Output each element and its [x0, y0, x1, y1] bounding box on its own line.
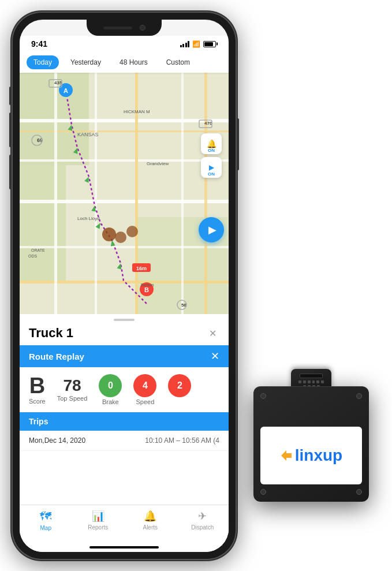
- nav-map-label: Map: [40, 525, 51, 531]
- wifi-icon: 📶: [192, 40, 200, 48]
- arrow-icon: ▶: [209, 163, 214, 171]
- status-bar: 9:41 📶: [20, 36, 229, 52]
- filter-custom-button[interactable]: Custom: [159, 55, 197, 69]
- obd-label: linxup: [260, 427, 362, 484]
- filter-yesterday-button[interactable]: Yesterday: [64, 55, 108, 69]
- speed2-label: Speed: [136, 398, 154, 405]
- stats-row: B Score 78 Top Speed 0 Brake: [20, 367, 229, 412]
- svg-text:A: A: [64, 87, 68, 94]
- brake-badge: 0: [99, 374, 122, 397]
- trips-header: Trips: [20, 412, 229, 431]
- sheet-handle: [114, 319, 135, 321]
- map-view[interactable]: A 16m B KANSAS HICKMAN M Grandview Lo: [20, 73, 229, 329]
- svg-rect-13: [181, 73, 184, 329]
- svg-rect-9: [20, 130, 229, 132]
- svg-rect-7: [20, 246, 229, 248]
- score-value: B: [29, 375, 46, 397]
- svg-rect-2: [20, 165, 66, 281]
- score-stat: B Score: [29, 375, 46, 405]
- play-button[interactable]: ▶: [199, 217, 224, 242]
- obd-body: linxup: [253, 386, 369, 502]
- map-svg: A 16m B KANSAS HICKMAN M Grandview Lo: [20, 73, 229, 329]
- status-time: 9:41: [31, 39, 47, 48]
- extra-value: 2: [177, 380, 182, 391]
- svg-point-27: [126, 226, 138, 237]
- alerts-nav-icon: 🔔: [144, 510, 156, 523]
- obd-screw-bl: [260, 489, 266, 495]
- trip-row[interactable]: Mon,Dec 14, 2020 10:10 AM – 10:56 AM (4: [20, 431, 229, 451]
- svg-rect-15: [204, 73, 207, 329]
- svg-point-26: [115, 232, 126, 243]
- obd-screw-tr: [356, 393, 362, 399]
- signal-icon: [180, 41, 190, 47]
- svg-rect-11: [95, 73, 97, 329]
- linxup-arrow-icon: [280, 449, 293, 462]
- score-label: Score: [29, 398, 46, 405]
- svg-rect-6: [20, 200, 229, 203]
- extra-stat: 2: [168, 374, 191, 405]
- obd-logo: linxup: [280, 446, 342, 465]
- svg-text:Loch Lloyd: Loch Lloyd: [77, 216, 100, 221]
- brake-label: Brake: [102, 398, 119, 405]
- svg-text:Grandview: Grandview: [147, 161, 169, 166]
- svg-text:ORATE: ORATE: [31, 248, 45, 252]
- nav-alerts-label: Alerts: [143, 524, 158, 531]
- play-icon: ▶: [208, 223, 216, 236]
- trip-time: 10:10 AM – 10:56 AM (4: [145, 436, 219, 445]
- phone: 9:41 📶 Today Yesterday: [12, 12, 237, 560]
- svg-text:KANSAS: KANSAS: [77, 132, 99, 137]
- nav-dispatch-label: Dispatch: [191, 524, 214, 531]
- trip-date: Mon,Dec 14, 2020: [29, 436, 85, 445]
- dispatch-nav-icon: ✈: [198, 510, 207, 523]
- brake-stat: 0 Brake: [99, 374, 122, 405]
- svg-rect-8: [20, 281, 229, 283]
- svg-text:Belton: Belton: [141, 282, 154, 288]
- status-icons: 📶: [180, 40, 216, 48]
- svg-marker-47: [281, 450, 292, 461]
- obd-screw-tl: [260, 393, 266, 399]
- obd-screw-br: [356, 489, 362, 495]
- truck-close-button[interactable]: ✕: [206, 326, 219, 340]
- speed2-value: 4: [143, 380, 148, 391]
- bell-on-label: ON: [208, 148, 215, 153]
- battery-icon: [203, 41, 216, 47]
- truck-header: Truck 1 ✕: [20, 323, 229, 345]
- reports-nav-icon: 📊: [92, 510, 104, 523]
- route-replay-close-button[interactable]: ✕: [211, 350, 219, 363]
- obd-slot: [300, 374, 323, 378]
- brake-value: 0: [108, 380, 113, 391]
- filter-48hours-button[interactable]: 48 Hours: [113, 55, 155, 69]
- time-filter-bar: Today Yesterday 48 Hours Custom: [20, 52, 229, 73]
- nav-reports[interactable]: 📊 Reports: [81, 510, 115, 531]
- truck-title: Truck 1: [29, 326, 73, 341]
- speed-stat: 78 Top Speed: [57, 378, 88, 402]
- obd-brand-text: linxup: [295, 446, 342, 465]
- svg-rect-4: [20, 119, 229, 122]
- home-indicator: [89, 546, 159, 548]
- phone-screen: 9:41 📶 Today Yesterday: [20, 20, 229, 552]
- svg-point-25: [102, 227, 116, 241]
- bottom-nav: 🗺 Map 📊 Reports 🔔 Alerts ✈ Dispatch: [20, 505, 229, 552]
- route-replay-bar: Route Replay ✕: [20, 345, 229, 367]
- svg-text:16m: 16m: [136, 266, 147, 271]
- arrow-on-label: ON: [208, 171, 215, 177]
- nav-alerts[interactable]: 🔔 Alerts: [133, 510, 167, 531]
- notch: [87, 20, 162, 36]
- arrow-control-button[interactable]: ▶ ON: [201, 157, 222, 178]
- nav-dispatch[interactable]: ✈ Dispatch: [185, 510, 220, 531]
- svg-text:470: 470: [204, 121, 212, 126]
- bell-control-button[interactable]: 🔔 ON: [201, 133, 222, 154]
- scene: 9:41 📶 Today Yesterday: [0, 0, 392, 571]
- bell-icon: 🔔: [207, 139, 216, 148]
- speed2-stat: 4 Speed: [133, 374, 156, 405]
- filter-today-button[interactable]: Today: [27, 55, 59, 69]
- trips-title: Trips: [29, 417, 48, 426]
- svg-text:HICKMAN M: HICKMAN M: [124, 109, 150, 114]
- speed2-badge: 4: [133, 374, 156, 397]
- map-controls: 🔔 ON ▶ ON: [201, 133, 222, 178]
- svg-text:ODS: ODS: [28, 254, 38, 258]
- map-nav-icon: 🗺: [40, 510, 51, 523]
- svg-text:435: 435: [54, 80, 62, 85]
- svg-rect-5: [20, 159, 229, 162]
- nav-map[interactable]: 🗺 Map: [28, 510, 63, 531]
